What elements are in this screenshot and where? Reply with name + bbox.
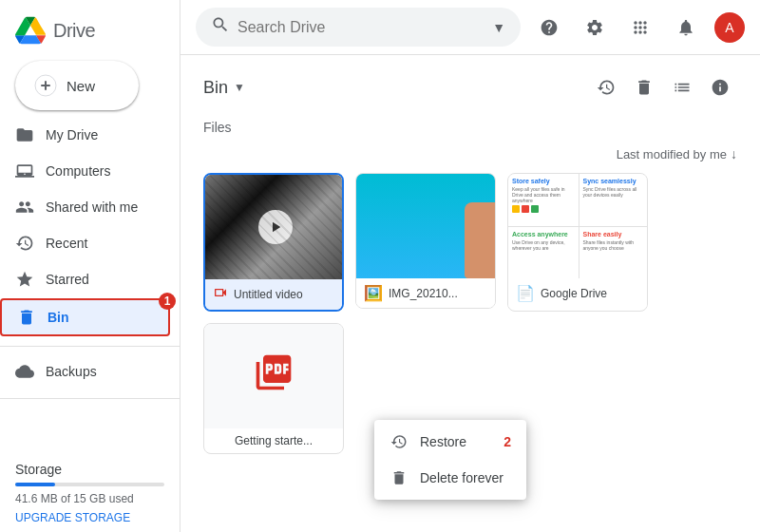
sidebar-divider-2: [0, 398, 180, 399]
trash-icon: [17, 308, 36, 327]
doc-thumb-content: Store safely Keep all your files safe in…: [508, 174, 648, 278]
file-card-doc[interactable]: Store safely Keep all your files safe in…: [507, 173, 648, 312]
folder-icon: [15, 125, 34, 144]
photo-file-icon: 🖼️: [364, 284, 383, 302]
sidebar-item-my-drive-label: My Drive: [46, 127, 98, 142]
sidebar-item-backups[interactable]: Backups: [0, 354, 164, 389]
sidebar-nav: My Drive Computers Shared with me Recent: [0, 118, 180, 338]
photo-file-name-row: 🖼️ IMG_20210...: [356, 278, 495, 308]
sidebar-item-recent-label: Recent: [46, 236, 87, 251]
doc-file-name-row: 📄 Google Drive: [508, 278, 647, 308]
bin-dropdown-icon[interactable]: ▼: [234, 81, 245, 94]
restore-history-button[interactable]: [589, 70, 623, 104]
delete-forever-button[interactable]: [627, 70, 661, 104]
doc-file-icon: 📄: [516, 284, 535, 302]
thumb-cell-2: Sync seamlessly Sync Drive files across …: [580, 174, 649, 226]
pdf-thumbnail: [203, 324, 344, 428]
upgrade-storage-link[interactable]: UPGRADE STORAGE: [15, 511, 164, 524]
sidebar: Drive New My Drive Computers: [0, 0, 180, 532]
logo-area: Drive: [0, 8, 180, 61]
restore-icon: [390, 433, 408, 450]
context-menu-restore[interactable]: Restore 2: [374, 424, 526, 460]
restore-label: Restore: [420, 434, 466, 449]
sidebar-item-my-drive[interactable]: My Drive: [0, 118, 164, 152]
context-menu-delete[interactable]: Delete forever: [374, 460, 526, 496]
help-button[interactable]: [532, 10, 566, 45]
video-file-icon: [213, 285, 228, 304]
context-menu: Restore 2 Delete forever: [374, 420, 526, 500]
sidebar-item-shared-label: Shared with me: [46, 200, 138, 215]
sidebar-item-bin-label: Bin: [48, 310, 69, 325]
context-menu-badge: 2: [504, 434, 511, 449]
video-file-name-row: Untitled video: [205, 279, 342, 310]
video-thumb-content: [205, 175, 344, 279]
doc-file-name: Google Drive: [541, 287, 639, 300]
pdf-file-name-row: Getting starte...: [227, 428, 320, 453]
video-thumbnail: [205, 175, 344, 279]
sidebar-item-backups-label: Backups: [46, 364, 97, 379]
bin-header: Bin ▼: [203, 70, 737, 104]
storage-used-text: 41.6 MB of 15 GB used: [15, 492, 164, 505]
search-bar[interactable]: ▼: [196, 8, 521, 47]
computer-icon: [15, 162, 34, 180]
sidebar-item-shared[interactable]: Shared with me: [0, 190, 164, 224]
doc-thumbnail: Store safely Keep all your files safe in…: [508, 174, 648, 278]
sidebar-item-recent[interactable]: Recent: [0, 226, 164, 260]
drive-logo-icon: [15, 15, 46, 46]
apps-grid-button[interactable]: [623, 10, 657, 45]
sidebar-item-starred-label: Starred: [46, 272, 89, 287]
header: ▼ A: [180, 0, 760, 55]
delete-forever-icon: [390, 469, 408, 486]
thumb-cell-3: Access anywhere Use Drive on any device,…: [508, 227, 579, 279]
files-section-label: Files: [203, 120, 737, 135]
user-avatar[interactable]: A: [714, 12, 745, 43]
list-view-button[interactable]: [665, 70, 699, 104]
photo-thumbnail: [356, 174, 496, 278]
search-icon: [211, 15, 230, 39]
bin-title: Bin: [203, 78, 228, 98]
info-button[interactable]: [703, 70, 737, 104]
bin-title-area: Bin ▼: [203, 78, 245, 98]
storage-bar-fill: [15, 483, 55, 486]
people-icon: [15, 198, 34, 217]
thumb-cell-1: Store safely Keep all your files safe in…: [508, 174, 579, 226]
sort-row: Last modified by me ↓: [203, 146, 737, 162]
photo-thumb-content: [356, 174, 496, 278]
storage-bar-background: [15, 483, 164, 486]
bin-header-icons: [589, 70, 737, 104]
storage-section: Storage 41.6 MB of 15 GB used UPGRADE ST…: [0, 454, 180, 532]
settings-button[interactable]: [578, 10, 612, 45]
photo-file-name: IMG_20210...: [389, 287, 487, 300]
file-grid: Untitled video: [203, 173, 737, 454]
app-name: Drive: [53, 20, 95, 42]
svg-rect-2: [41, 85, 50, 86]
search-input[interactable]: [238, 19, 484, 36]
delete-label: Delete forever: [420, 470, 504, 485]
search-dropdown-icon[interactable]: ▼: [492, 20, 505, 35]
file-card-video[interactable]: Untitled video: [203, 173, 344, 312]
sidebar-item-bin[interactable]: Bin 1: [0, 298, 170, 336]
thumb-cell-4: Share easily Share files instantly with …: [580, 227, 649, 279]
pdf-file-name: Getting starte...: [235, 434, 313, 447]
notifications-button[interactable]: [669, 10, 703, 45]
file-card-pdf[interactable]: Getting starte...: [203, 323, 344, 454]
bin-badge: 1: [159, 293, 176, 310]
sidebar-divider: [0, 346, 180, 347]
clock-icon: [15, 234, 34, 253]
star-icon: [15, 270, 34, 289]
photo-card-wrapper: 🖼️ IMG_20210... Restore 2: [355, 173, 496, 312]
cloud-icon: [15, 362, 34, 381]
storage-title: Storage: [15, 462, 164, 477]
content-area: Bin ▼ Files Last modified by me: [180, 55, 760, 532]
sidebar-item-starred[interactable]: Starred: [0, 262, 164, 296]
file-card-photo[interactable]: 🖼️ IMG_20210...: [355, 173, 496, 309]
sidebar-item-computers[interactable]: Computers: [0, 154, 164, 188]
sidebar-item-computers-label: Computers: [46, 163, 110, 179]
sort-arrow-icon[interactable]: ↓: [731, 146, 737, 162]
pdf-icon: [253, 352, 294, 402]
main-content: ▼ A Bin ▼: [180, 0, 760, 532]
sort-label[interactable]: Last modified by me: [617, 147, 727, 162]
new-button-label: New: [66, 78, 95, 94]
video-file-name: Untitled video: [234, 288, 334, 301]
new-button[interactable]: New: [15, 61, 139, 110]
